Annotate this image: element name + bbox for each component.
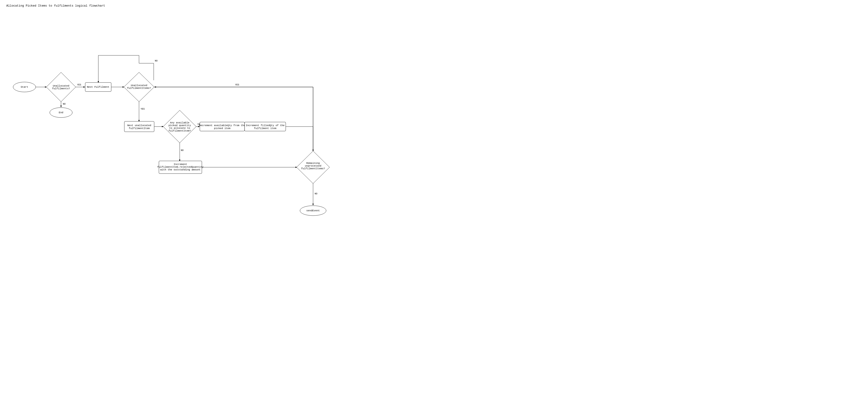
svg-text:NO: NO	[315, 192, 317, 195]
next-fulfilment-label: Next Fulfilment	[87, 86, 109, 88]
svg-text:fulfilments?: fulfilments?	[52, 87, 70, 90]
svg-text:YES: YES	[77, 84, 81, 86]
svg-text:YES: YES	[141, 108, 145, 110]
unallocated-fulfilment-items-label1: Unallocated	[131, 84, 147, 87]
svg-text:YES: YES	[235, 84, 239, 86]
remaining-label3: fulfilmentItems?	[301, 167, 325, 170]
any-available-label3: to allocate to	[169, 127, 190, 129]
decrement-label2: picked item	[214, 127, 230, 130]
any-available-label2: picked quantity	[168, 124, 191, 127]
unallocated-fulfilment-items-label2: fulfilmentItems?	[127, 87, 151, 90]
increment-filled-label2: fulfilment item	[254, 127, 276, 130]
remaining-label1: Remaining	[306, 162, 320, 164]
increment-rejected-label1: Increment	[174, 163, 187, 166]
svg-text:NO: NO	[155, 60, 158, 62]
increment-filled-label1: Increment filledQty of the	[246, 124, 285, 127]
unallocated-fulfilments-label: Unallocated	[53, 85, 69, 87]
decrement-label1: Decrement availableQty from the	[199, 124, 246, 127]
increment-rejected-label2: fulfilmentItem.rejectedQuantity	[157, 166, 204, 169]
svg-text:NO: NO	[181, 149, 184, 152]
any-available-label4: fulfilmentItem?	[168, 129, 191, 132]
send-event-label: sendEvent	[306, 209, 320, 212]
any-available-label1: Any available	[170, 121, 189, 124]
remaining-label2: unprocessed	[305, 164, 321, 167]
next-unallocated-label1: Next unallocated	[127, 124, 151, 127]
start-label: Start	[21, 86, 28, 88]
next-unallocated-label2: fulfilmentItem	[129, 127, 150, 130]
increment-rejected-label3: with the outstanding amount	[160, 169, 200, 171]
svg-text:NO: NO	[63, 103, 66, 105]
end-label: End	[59, 111, 63, 114]
